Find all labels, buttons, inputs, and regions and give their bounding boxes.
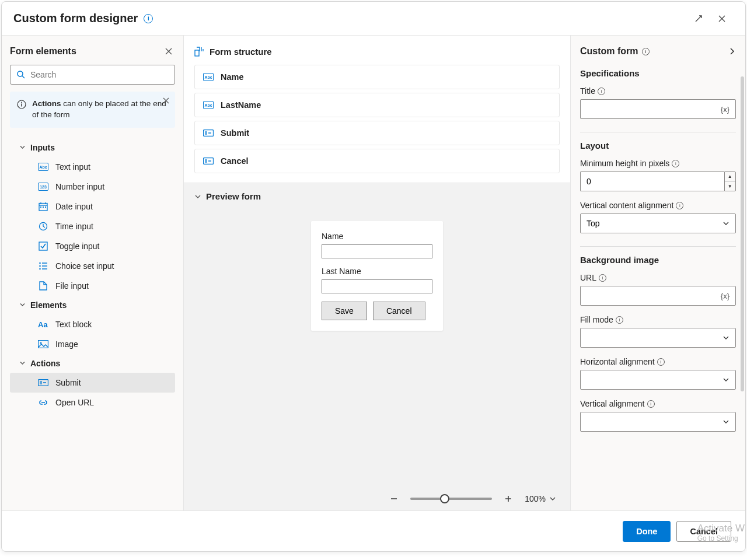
element-time-input[interactable]: Time input (10, 216, 175, 236)
preview-cancel-button[interactable]: Cancel (373, 302, 425, 320)
category-actions[interactable]: Actions (10, 354, 175, 373)
title-label: Title (580, 86, 595, 96)
maximize-button[interactable] (687, 7, 710, 30)
specifications-heading: Specifications (580, 68, 736, 78)
close-button[interactable] (710, 7, 734, 30)
structure-item-cancel[interactable]: Cancel (194, 149, 560, 173)
url-label: URL (580, 273, 596, 282)
valign-value: Top (587, 219, 600, 228)
properties-panel: Custom form i Specifications Titlei {x} (570, 36, 745, 510)
chevron-down-icon (722, 376, 729, 383)
svg-point-16 (39, 268, 41, 270)
zoom-in-button[interactable] (501, 492, 515, 506)
zoom-slider[interactable] (410, 498, 492, 500)
preview-field-input[interactable] (322, 244, 432, 258)
element-text-input[interactable]: AbcText input (10, 157, 175, 177)
cancel-button[interactable]: Cancel (676, 521, 731, 542)
info-icon[interactable]: i (647, 400, 655, 408)
search-field[interactable] (30, 70, 169, 79)
info-icon[interactable]: i (599, 274, 606, 282)
element-text-block[interactable]: AaText block (10, 314, 175, 334)
search-input[interactable] (10, 65, 175, 85)
zoom-bar: 100% (184, 487, 570, 510)
info-icon[interactable]: i (616, 316, 623, 324)
title-input[interactable]: {x} (580, 99, 736, 119)
svg-rect-30 (205, 159, 207, 163)
bg-valign-select[interactable] (580, 412, 736, 432)
svg-rect-3 (21, 104, 22, 107)
element-number-input[interactable]: 123Number input (10, 177, 175, 197)
svg-text:Abc: Abc (204, 103, 212, 107)
center-area: Form structure AbcNameAbcLastNameSubmitC… (184, 36, 570, 510)
element-date-input[interactable]: Date input (10, 197, 175, 216)
list-icon (38, 261, 48, 271)
category-inputs[interactable]: Inputs (10, 138, 175, 157)
svg-point-0 (18, 71, 23, 76)
variable-picker-button[interactable]: {x} (721, 105, 729, 114)
info-icon[interactable]: i (657, 358, 665, 366)
done-button[interactable]: Done (623, 521, 671, 542)
background-heading: Background image (580, 255, 736, 265)
svg-text:123: 123 (40, 185, 47, 189)
dismiss-notice-button[interactable] (163, 97, 169, 104)
svg-rect-18 (39, 340, 48, 348)
spin-down-button[interactable]: ▼ (725, 182, 735, 191)
element-open-url[interactable]: Open URL (10, 393, 175, 412)
form-elements-panel: Form elements Actions can only be placed… (2, 36, 184, 510)
file-icon (38, 281, 48, 291)
svg-point-14 (39, 262, 41, 264)
zoom-out-button[interactable] (387, 492, 401, 506)
spin-up-button[interactable]: ▲ (725, 172, 735, 182)
min-height-input[interactable]: ▲ ▼ (580, 172, 736, 191)
preview-toggle[interactable]: Preview form (184, 183, 570, 209)
info-icon[interactable]: i (676, 202, 683, 209)
svg-rect-10 (43, 206, 44, 208)
fillmode-select[interactable] (580, 328, 736, 348)
zoom-thumb[interactable] (440, 494, 449, 503)
submit-icon (203, 130, 214, 136)
structure-item-submit[interactable]: Submit (194, 121, 560, 145)
variable-picker-button[interactable]: {x} (721, 292, 729, 300)
scrollbar[interactable] (741, 76, 744, 391)
info-icon[interactable]: i (598, 88, 605, 95)
clock-icon (38, 221, 48, 232)
form-structure-pane: Form structure AbcNameAbcLastNameSubmitC… (184, 36, 570, 183)
form-designer-window: Custom form designer i Form elements (1, 1, 746, 552)
svg-rect-11 (45, 206, 46, 208)
element-toggle-input[interactable]: Toggle input (10, 236, 175, 256)
chevron-down-icon (19, 360, 26, 366)
chevron-down-icon (722, 418, 729, 425)
zoom-level-dropdown[interactable]: 100% (525, 494, 556, 503)
close-panel-button[interactable] (162, 45, 175, 58)
preview-pane: Preview form NameLast Name SaveCancel (184, 183, 570, 510)
svg-rect-13 (39, 242, 47, 250)
element-image[interactable]: Image (10, 334, 175, 354)
structure-item-lastname[interactable]: AbcLastName (194, 93, 560, 117)
chevron-down-icon (19, 302, 26, 308)
layout-heading: Layout (580, 141, 736, 150)
chevron-down-icon (194, 193, 201, 200)
preview-save-button[interactable]: Save (322, 302, 367, 320)
info-icon[interactable]: i (642, 48, 650, 55)
chevron-right-icon[interactable] (728, 47, 736, 55)
info-icon[interactable]: i (144, 14, 153, 23)
element-file-input[interactable]: File input (10, 276, 175, 296)
svg-rect-22 (195, 50, 199, 56)
preview-field-label: Name (322, 232, 432, 241)
fillmode-label: Fill mode (580, 315, 613, 324)
abc-icon: Abc (203, 73, 214, 81)
svg-text:Abc: Abc (204, 75, 212, 79)
halign-select[interactable] (580, 370, 736, 390)
abc-icon: Abc (203, 101, 214, 109)
preview-field-input[interactable] (322, 279, 432, 293)
category-elements[interactable]: Elements (10, 296, 175, 314)
preview-heading: Preview form (206, 191, 261, 201)
info-icon[interactable]: i (672, 160, 679, 167)
valign-select[interactable]: Top (580, 214, 736, 233)
element-choice-set-input[interactable]: Choice set input (10, 256, 175, 276)
element-submit[interactable]: Submit (10, 373, 175, 393)
url-input[interactable]: {x} (580, 286, 736, 306)
image-icon (38, 339, 48, 349)
preview-form-card: NameLast Name SaveCancel (311, 221, 443, 331)
structure-item-name[interactable]: AbcName (194, 65, 560, 89)
